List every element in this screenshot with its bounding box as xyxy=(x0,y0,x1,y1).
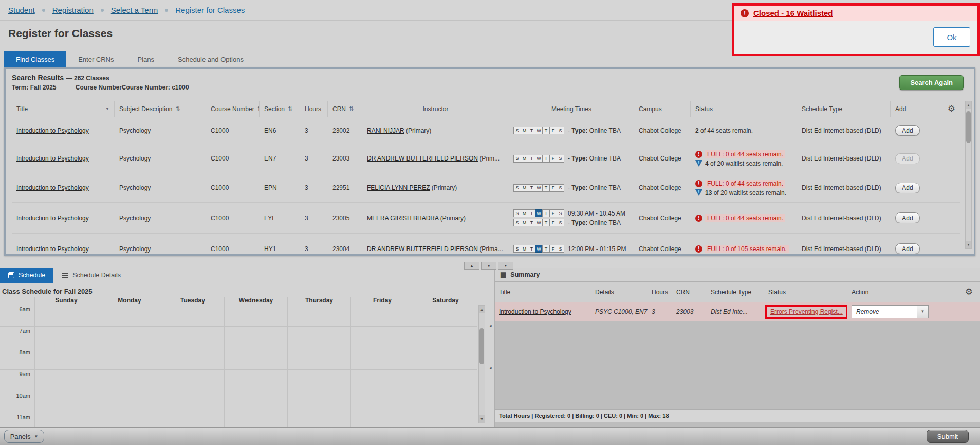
panels-button-label: Panels xyxy=(10,433,31,440)
day-box: S xyxy=(557,127,564,134)
add-button[interactable]: Add xyxy=(895,243,920,254)
summary-course-link[interactable]: Introduction to Psychology xyxy=(499,308,571,315)
section-cell: EN6 xyxy=(260,127,300,134)
instructor-link[interactable]: FELICIA LYNN PEREZ xyxy=(367,184,430,191)
scroll-up-icon[interactable] xyxy=(479,306,485,313)
breadcrumb-register-for-classes[interactable]: Register for Classes xyxy=(175,6,245,14)
schedule-cell xyxy=(98,327,161,348)
tab-schedule-details[interactable]: Schedule Details xyxy=(53,268,129,283)
hours-cell: 3 xyxy=(300,184,328,191)
chevron-down-icon[interactable] xyxy=(917,306,928,318)
tab-schedule[interactable]: Schedule xyxy=(0,268,53,283)
course-title-link[interactable]: Introduction to Psychology xyxy=(16,215,89,222)
gear-icon[interactable] xyxy=(965,287,973,297)
status-cell: 2 of 44 seats remain. xyxy=(691,127,797,134)
day-box: T xyxy=(542,219,550,226)
add-button[interactable]: Add xyxy=(895,183,920,193)
search-again-button[interactable]: Search Again xyxy=(899,75,964,90)
table-row: Introduction to Psychology Psychology C1… xyxy=(12,234,960,254)
submit-button[interactable]: Submit xyxy=(927,430,969,443)
scroll-up-icon[interactable] xyxy=(966,101,971,109)
page-title: Register for Classes xyxy=(8,27,113,40)
add-button[interactable]: Add xyxy=(895,125,920,136)
hours-cell: 3 xyxy=(300,127,328,134)
schedule-cell xyxy=(287,305,350,326)
subject-cell: Psychology xyxy=(115,245,206,253)
meeting-type-label: Type: xyxy=(571,127,587,134)
tab-find-classes[interactable]: Find Classes xyxy=(4,51,66,67)
summary-header: Summary xyxy=(495,268,980,282)
schedule-cell xyxy=(34,327,98,348)
expand-up-button[interactable] xyxy=(464,262,479,270)
scrollbar-thumb[interactable] xyxy=(966,111,971,143)
expand-down-button[interactable] xyxy=(498,262,513,270)
column-section[interactable]: Section xyxy=(260,101,300,117)
table-settings xyxy=(939,101,960,117)
instructor-link[interactable]: MEERA GIRISH BHADRA xyxy=(367,215,438,222)
course-title-link[interactable]: Introduction to Psychology xyxy=(16,127,89,134)
results-scrollbar[interactable] xyxy=(965,101,972,249)
sort-icon[interactable] xyxy=(175,105,180,112)
breadcrumb-student[interactable]: Student xyxy=(8,6,35,14)
breadcrumb-registration[interactable]: Registration xyxy=(52,6,94,14)
summary-header-row: Title Details Hours CRN Schedule Type St… xyxy=(495,282,980,302)
add-button[interactable]: Add xyxy=(895,212,920,223)
course-title-link[interactable]: Introduction to Psychology xyxy=(16,184,89,191)
meeting-times-cell: SMTWTFS - Type: Online TBA xyxy=(509,155,634,163)
instructor-link[interactable]: RANI NIJJAR xyxy=(367,127,404,134)
schedule-hour-row: 9am xyxy=(0,370,477,391)
column-schedule-type[interactable]: Schedule Type xyxy=(797,101,891,117)
scroll-down-icon[interactable] xyxy=(966,241,971,248)
day-box: W xyxy=(535,127,543,134)
notification-popup: Closed - 16 Waitlisted Ok xyxy=(732,3,980,56)
summary-title: Summary xyxy=(510,271,540,278)
reset-split-button[interactable] xyxy=(481,262,496,270)
subject-cell: Psychology xyxy=(115,215,206,222)
breadcrumb-select-a-term[interactable]: Select a Term xyxy=(111,6,158,14)
column-meeting-times[interactable]: Meeting Times xyxy=(509,101,634,117)
column-campus[interactable]: Campus xyxy=(634,101,691,117)
summary-status-cell: Errors Preventing Regist... xyxy=(764,305,847,319)
campus-cell: Chabot College xyxy=(634,155,691,162)
tab-enter-crns[interactable]: Enter CRNs xyxy=(66,51,125,67)
waitlist-count: 13 xyxy=(705,189,712,197)
column-schedule-type-label: Schedule Type xyxy=(802,105,842,113)
column-course-number[interactable]: Course Number xyxy=(206,101,260,117)
scroll-down-icon[interactable] xyxy=(479,415,485,423)
schedule-hour-row: 7am xyxy=(0,327,477,348)
full-error-icon xyxy=(695,180,702,187)
full-status-text: FULL: 0 of 44 seats remain. xyxy=(705,214,785,222)
ok-button[interactable]: Ok xyxy=(933,27,970,47)
column-instructor[interactable]: Instructor xyxy=(362,101,509,117)
sort-icon[interactable] xyxy=(288,105,292,112)
meeting-time: 12:00 PM - 01:15 PM xyxy=(568,245,626,253)
chevron-down-icon xyxy=(34,434,38,439)
tab-plans[interactable]: Plans xyxy=(126,51,167,67)
schedule-scrollbar[interactable] xyxy=(478,305,485,423)
course-title-link[interactable]: Introduction to Psychology xyxy=(16,245,89,253)
add-button[interactable]: Add xyxy=(895,153,920,164)
instructor-cell: DR ANDREW BUTTERFIELD PIERSON (Prima... xyxy=(362,245,509,253)
panels-button[interactable]: Panels xyxy=(4,430,44,443)
action-select[interactable]: Remove xyxy=(852,305,929,318)
filter-caret-icon[interactable] xyxy=(105,106,109,111)
errors-preventing-registration-link[interactable]: Errors Preventing Regist... xyxy=(770,308,843,315)
scrollbar-thumb[interactable] xyxy=(479,328,484,364)
notification-message-link[interactable]: Closed - 16 Waitlisted xyxy=(753,9,833,17)
column-crn[interactable]: CRN xyxy=(328,101,362,117)
column-subject[interactable]: Subject Description xyxy=(115,101,206,117)
meeting-days: SMTWTFS xyxy=(514,184,564,192)
schedule-cell xyxy=(224,370,287,391)
column-title[interactable]: Title xyxy=(12,101,115,117)
gear-icon[interactable] xyxy=(948,103,955,114)
sort-icon[interactable] xyxy=(349,105,354,112)
tab-schedule-and-options[interactable]: Schedule and Options xyxy=(166,51,255,67)
day-box: F xyxy=(549,209,557,217)
instructor-link[interactable]: DR ANDREW BUTTERFIELD PIERSON xyxy=(367,155,478,162)
course-title-link[interactable]: Introduction to Psychology xyxy=(16,155,89,162)
breadcrumb-bullet-icon xyxy=(165,9,168,12)
instructor-link[interactable]: DR ANDREW BUTTERFIELD PIERSON xyxy=(367,245,478,253)
subject-cell: Psychology xyxy=(115,184,206,191)
column-status[interactable]: Status xyxy=(691,101,797,117)
column-hours[interactable]: Hours xyxy=(300,101,328,117)
